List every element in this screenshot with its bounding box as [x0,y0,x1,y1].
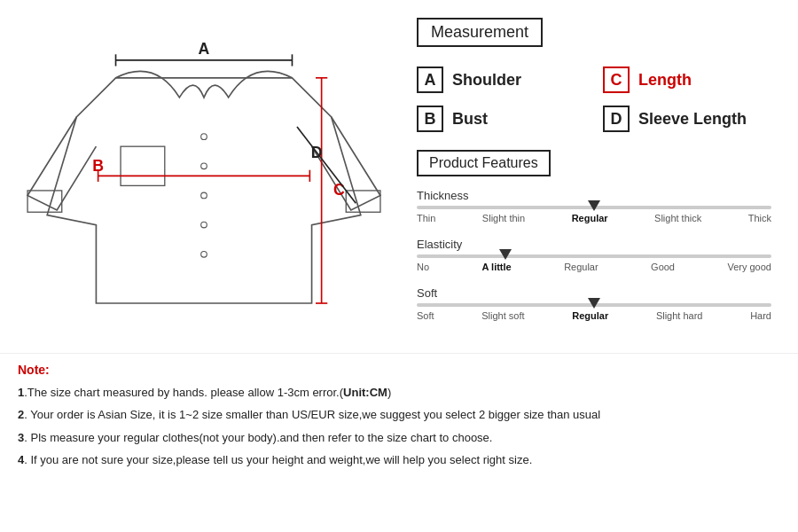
note-1-after: ) [387,386,391,399]
notes-section: Note: 1.The size chart measured by hands… [0,353,798,483]
label-b: B [92,157,104,175]
note-2-text: . Your order is Asian Size, it is 1~2 si… [24,408,600,421]
thickness-label-0: Thin [417,213,435,223]
label-a: A [199,40,210,58]
elasticity-labels: No A little Regular Good Very good [417,262,771,272]
thickness-labels: Thin Slight thin Regular Slight thick Th… [417,213,771,223]
svg-rect-7 [346,191,380,212]
note-2: 2. Your order is Asian Size, it is 1~2 s… [18,406,771,424]
svg-point-1 [201,134,207,140]
measure-letter-d: D [603,106,630,132]
elasticity-marker [499,249,512,260]
elasticity-label-2: Regular [564,262,598,272]
note-3-text: . Pls measure your regular clothes(not y… [24,431,492,444]
measure-letter-a: A [417,66,443,93]
measure-item-d: D Sleeve Length [603,106,771,132]
note-1-bold: Unit:CM [343,386,387,399]
thickness-track [417,206,771,209]
soft-track [417,303,771,307]
measure-letter-b: B [417,106,443,132]
svg-point-3 [201,192,207,199]
measurement-grid: A Shoulder C Length B Bust D Sleeve Leng… [417,66,771,132]
svg-line-17 [297,127,356,203]
soft-labels: Soft Slight soft Regular Slight hard Har… [417,310,771,321]
product-features-title: Product Features [417,150,551,176]
thickness-slider [417,206,771,209]
shirt-diagram-svg: A B C D [18,18,390,344]
measure-item-b: B Bust [417,106,585,132]
svg-point-4 [201,222,207,228]
thickness-label-2: Regular [572,213,608,223]
measure-letter-c: C [603,66,630,93]
note-1: 1.The size chart measured by hands. plea… [18,384,771,402]
note-3: 3. Pls measure your regular clothes(not … [18,429,771,447]
label-d: D [311,144,323,161]
measure-name-a: Shoulder [452,71,521,90]
measurement-title: Measurement [417,18,543,47]
feature-thickness: Thickness Thin Slight thin Regular Sligh… [417,189,771,223]
elasticity-track [417,254,771,258]
thickness-label-4: Thick [748,213,771,223]
elasticity-label-4: Very good [727,262,771,272]
feature-elasticity: Elasticity No A little Regular Good Very… [417,238,771,272]
elasticity-label-3: Good [651,262,675,272]
note-4-text: . If you are not sure your size,please t… [24,453,532,466]
measure-item-c: C Length [603,66,771,93]
feature-soft: Soft Soft Slight soft Regular Slight har… [417,286,771,321]
feature-elasticity-label: Elasticity [417,238,771,251]
soft-slider [417,303,771,307]
measure-name-b: Bust [452,110,488,129]
soft-label-1: Slight soft [481,310,524,321]
label-c: C [333,181,345,199]
elasticity-label-0: No [417,262,429,272]
soft-label-4: Hard [750,310,771,321]
elasticity-label-1: A little [481,262,511,272]
measure-name-d: Sleeve Length [638,110,747,129]
soft-label-3: Slight hard [656,310,703,321]
measure-item-a: A Shoulder [417,66,585,93]
note-1-text: .The size chart measured by hands. pleas… [24,386,343,399]
soft-label-0: Soft [417,310,434,321]
soft-label-2: Regular [572,310,608,321]
right-panel: Measurement A Shoulder C Length B Bust D… [408,18,771,344]
thickness-marker [588,200,600,211]
note-4: 4. If you are not sure your size,please … [18,451,771,469]
thickness-label-1: Slight thin [482,213,525,223]
note-header: Note: [18,363,771,377]
soft-marker [588,298,600,309]
svg-point-2 [201,163,207,169]
measure-name-c: Length [638,71,692,90]
shirt-diagram-panel: A B C D [18,18,390,344]
svg-rect-6 [27,191,62,212]
svg-rect-0 [121,146,165,185]
elasticity-slider [417,254,771,258]
svg-point-5 [201,251,207,257]
thickness-label-3: Slight thick [654,213,701,223]
